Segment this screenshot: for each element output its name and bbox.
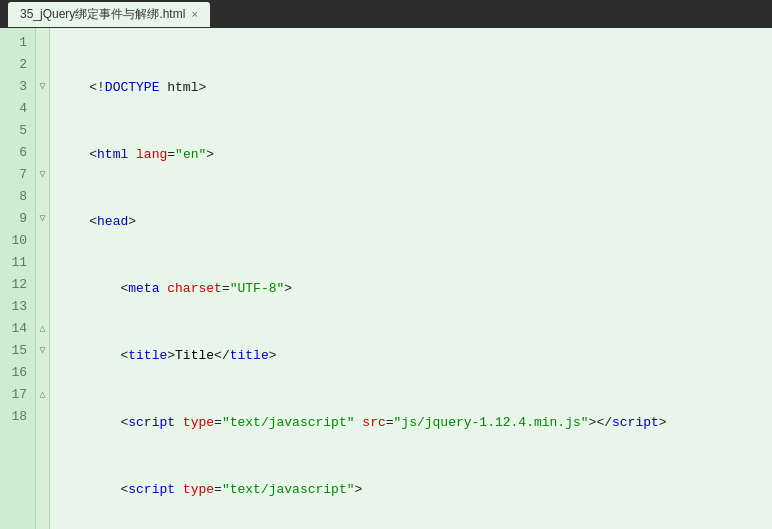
close-icon[interactable]: × xyxy=(191,8,197,20)
line-number: 14 xyxy=(0,318,35,340)
code-line-1: <!DOCTYPE html> xyxy=(58,77,772,99)
line-number: 1 xyxy=(0,32,35,54)
code-editor: 1 2 3 4 5 6 7 8 9 10 11 12 13 14 15 16 1… xyxy=(0,28,772,529)
fold-marker xyxy=(36,230,49,252)
line-number: 10 xyxy=(0,230,35,252)
line-number: 18 xyxy=(0,406,35,428)
line-number: 3 xyxy=(0,76,35,98)
tab-label: 35_jQuery绑定事件与解绑.html xyxy=(20,6,185,23)
fold-markers: ▽ ▽ ▽ △ ▽ △ xyxy=(36,28,50,529)
code-line-4: <meta charset="UTF-8"> xyxy=(58,278,772,300)
line-numbers: 1 2 3 4 5 6 7 8 9 10 11 12 13 14 15 16 1… xyxy=(0,28,36,529)
fold-marker[interactable]: ▽ xyxy=(36,164,49,186)
fold-marker xyxy=(36,98,49,120)
line-number: 5 xyxy=(0,120,35,142)
line-number: 6 xyxy=(0,142,35,164)
line-number: 15 xyxy=(0,340,35,362)
line-number: 9 xyxy=(0,208,35,230)
fold-marker xyxy=(36,120,49,142)
file-tab[interactable]: 35_jQuery绑定事件与解绑.html × xyxy=(8,2,210,27)
title-bar: 35_jQuery绑定事件与解绑.html × xyxy=(0,0,772,28)
line-number: 17 xyxy=(0,384,35,406)
line-number: 2 xyxy=(0,54,35,76)
code-line-3: <head> xyxy=(58,211,772,233)
fold-marker xyxy=(36,54,49,76)
fold-marker xyxy=(36,362,49,384)
line-number: 8 xyxy=(0,186,35,208)
code-line-6: <script type="text/javascript" src="js/j… xyxy=(58,412,772,434)
line-number: 16 xyxy=(0,362,35,384)
fold-marker xyxy=(36,142,49,164)
code-line-5: <title>Title</title> xyxy=(58,345,772,367)
line-number: 13 xyxy=(0,296,35,318)
fold-marker[interactable]: △ xyxy=(36,384,49,406)
fold-marker[interactable]: ▽ xyxy=(36,340,49,362)
line-number: 12 xyxy=(0,274,35,296)
fold-marker xyxy=(36,252,49,274)
line-number: 4 xyxy=(0,98,35,120)
line-number: 11 xyxy=(0,252,35,274)
fold-marker[interactable]: ▽ xyxy=(36,76,49,98)
fold-marker xyxy=(36,406,49,428)
fold-marker xyxy=(36,296,49,318)
fold-marker xyxy=(36,186,49,208)
code-area[interactable]: <!DOCTYPE html> <html lang="en"> <head> … xyxy=(50,28,772,529)
fold-marker xyxy=(36,274,49,296)
fold-marker[interactable]: ▽ xyxy=(36,208,49,230)
code-line-7: <script type="text/javascript"> xyxy=(58,479,772,501)
fold-marker xyxy=(36,32,49,54)
fold-marker[interactable]: △ xyxy=(36,318,49,340)
code-line-2: <html lang="en"> xyxy=(58,144,772,166)
line-number: 7 xyxy=(0,164,35,186)
